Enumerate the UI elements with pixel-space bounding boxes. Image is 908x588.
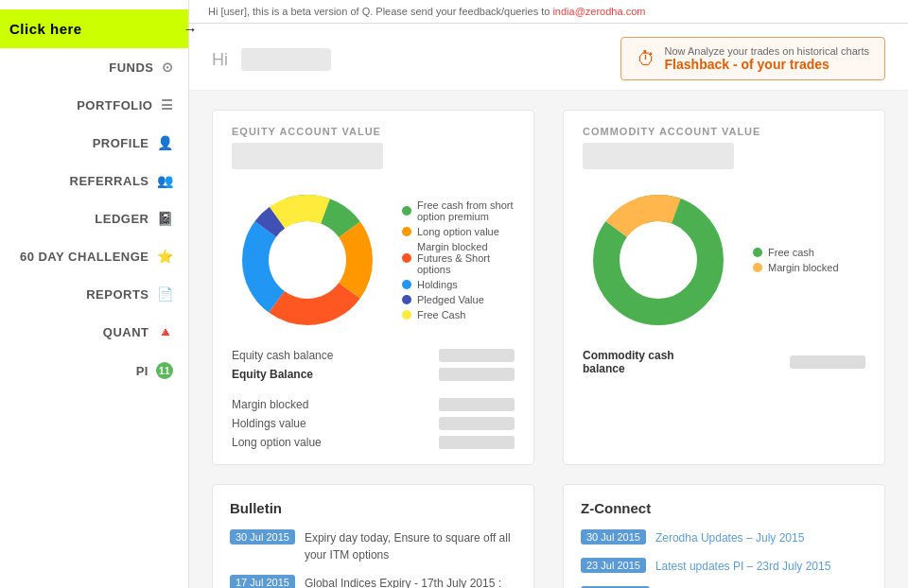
referrals-label: REFERRALS — [70, 174, 149, 188]
commodity-cash-value — [790, 355, 865, 369]
commodity-donut-svg — [583, 184, 734, 336]
comm-legend-label-1: Free cash — [768, 247, 814, 258]
equity-cash-balance-row: Equity cash balance — [232, 349, 515, 362]
legend-label-3: Margin blockedFutures & Shortoptions — [417, 241, 490, 275]
greeting-heading: Hi — [212, 46, 331, 71]
flashback-banner[interactable]: ⏱ Now Analyze your trades on historical … — [620, 37, 885, 80]
legend-item-4: Holdings — [402, 279, 513, 290]
equity-chart-row: Free cash from shortoption premium Long … — [232, 184, 515, 336]
accounts-row: EQUITY ACCOUNT VALUE — [212, 110, 885, 465]
support-email[interactable]: india@zerodha.com — [552, 6, 645, 17]
dot-free-cash — [402, 310, 411, 320]
equity-balances: Equity cash balance Equity Balance Margi… — [232, 349, 515, 449]
sidebar-item-60day[interactable]: 60 DAY CHALLENGE ⭐ — [0, 237, 188, 275]
sidebar-item-funds[interactable]: FUNDS ⊙ — [0, 48, 188, 86]
sidebar-item-profile[interactable]: PROFILE 👤 — [0, 124, 188, 162]
dot-free-cash-short — [402, 206, 411, 216]
legend-label-4: Holdings — [417, 279, 458, 290]
bulletin-item-0: 30 Jul 2015 Expiry day today, Ensure to … — [230, 529, 516, 563]
ledger-label: LEDGER — [95, 212, 148, 226]
topbar: Hi [user], this is a beta version of Q. … — [189, 0, 908, 24]
profile-icon: 👤 — [157, 135, 174, 150]
sidebar-item-reports[interactable]: REPORTS 📄 — [0, 275, 188, 313]
dot-margin-blocked — [402, 253, 411, 263]
content-area: EQUITY ACCOUNT VALUE — [189, 91, 908, 588]
margin-blocked-value — [439, 398, 515, 411]
bulletin-panel: Bulletin 30 Jul 2015 Expiry day today, E… — [212, 484, 534, 588]
dot-comm-free-cash — [753, 248, 762, 257]
legend-item-1: Free cash from shortoption premium — [402, 199, 513, 222]
legend-label-2: Long option value — [417, 226, 499, 237]
funds-icon: ⊙ — [162, 60, 174, 75]
svg-point-6 — [274, 227, 340, 293]
dot-pledged — [402, 295, 411, 304]
equity-legend: Free cash from shortoption premium Long … — [402, 199, 513, 320]
margin-blocked-label: Margin blocked — [232, 398, 308, 411]
holdings-value-row: Holdings value — [232, 417, 515, 430]
60day-label: 60 DAY CHALLENGE — [20, 250, 149, 264]
commodity-title: COMMODITY ACCOUNT VALUE — [583, 126, 865, 137]
portfolio-label: PORTFOLIO — [77, 98, 152, 112]
sidebar-item-referrals[interactable]: REFERRALS 👥 — [0, 162, 188, 199]
zconnect-text-0[interactable]: Zerodha Updates – July 2015 — [655, 529, 804, 546]
legend-item-2: Long option value — [402, 226, 513, 237]
pi-label: PI — [136, 364, 148, 378]
referrals-icon: 👥 — [157, 173, 174, 188]
funds-label: FUNDS — [109, 61, 153, 75]
sidebar-item-pi[interactable]: PI 11 — [0, 351, 188, 390]
bulletin-date-0: 30 Jul 2015 — [230, 529, 295, 545]
equity-cash-value — [439, 349, 515, 362]
sidebar-item-portfolio[interactable]: PORTFOLIO ☰ — [0, 86, 188, 124]
commodity-legend: Free cash Margin blocked — [753, 247, 839, 273]
legend-label-5: Pledged Value — [417, 294, 484, 305]
dot-holdings — [402, 280, 411, 289]
long-option-row: Long option value — [232, 436, 515, 449]
bottom-row: Bulletin 30 Jul 2015 Expiry day today, E… — [212, 484, 885, 588]
click-here-label: Click here — [9, 21, 82, 37]
legend-label-1: Free cash from shortoption premium — [417, 199, 513, 222]
commodity-chart — [583, 184, 734, 336]
comm-legend-label-2: Margin blocked — [768, 262, 839, 273]
quant-label: QUANT — [103, 325, 149, 339]
holdings-value-label: Holdings value — [232, 417, 306, 430]
sidebar-item-quant[interactable]: QUANT 🔺 — [0, 313, 188, 351]
60day-icon: ⭐ — [157, 249, 174, 264]
equity-donut-svg — [232, 184, 383, 336]
profile-label: PROFILE — [93, 136, 149, 150]
quant-icon: 🔺 — [157, 324, 174, 339]
flashback-icon: ⏱ — [637, 48, 655, 70]
bulletin-date-1: 17 Jul 2015 — [230, 575, 295, 588]
flashback-line1: Now Analyze your trades on historical ch… — [665, 45, 869, 57]
reports-label: REPORTS — [86, 287, 148, 302]
zconnect-date-0: 30 Jul 2015 — [581, 529, 646, 545]
dot-comm-margin — [753, 263, 762, 272]
zconnect-item-0: 30 Jul 2015 Zerodha Updates – July 2015 — [581, 529, 867, 546]
pi-badge: 11 — [156, 362, 173, 379]
username-blur — [241, 48, 331, 71]
bulletin-text-0: Expiry day today, Ensure to square off a… — [305, 529, 516, 563]
margin-blocked-row: Margin blocked — [232, 398, 515, 411]
legend-label-6: Free Cash — [417, 309, 465, 320]
header: Hi ⏱ Now Analyze your trades on historic… — [189, 24, 908, 91]
equity-balance-label: Equity Balance — [232, 368, 313, 381]
equity-title: EQUITY ACCOUNT VALUE — [232, 126, 515, 137]
legend-item-6: Free Cash — [402, 309, 513, 320]
equity-account-value — [232, 143, 383, 169]
legend-item-5: Pledged Value — [402, 294, 513, 305]
commodity-chart-row: Free cash Margin blocked — [583, 184, 865, 336]
zconnect-text-1[interactable]: Latest updates PI – 23rd July 2015 — [655, 558, 830, 575]
flashback-text: Now Analyze your trades on historical ch… — [665, 45, 869, 72]
equity-panel: EQUITY ACCOUNT VALUE — [212, 110, 534, 465]
beta-text: Hi [user], this is a beta version of Q. … — [208, 6, 550, 17]
zconnect-panel: Z-Connect 30 Jul 2015 Zerodha Updates – … — [563, 484, 885, 588]
legend-item-3: Margin blockedFutures & Shortoptions — [402, 241, 513, 275]
zconnect-item-1: 23 Jul 2015 Latest updates PI – 23rd Jul… — [581, 558, 867, 575]
portfolio-icon: ☰ — [161, 97, 174, 112]
commodity-legend-2: Margin blocked — [753, 262, 839, 273]
long-option-label: Long option value — [232, 436, 322, 449]
reports-icon: 📄 — [157, 286, 174, 302]
flashback-line2: Flashback - of your trades — [665, 57, 869, 72]
commodity-balances: Commodity cashbalance — [583, 349, 865, 375]
sidebar-click-here[interactable]: Click here — [0, 9, 188, 48]
sidebar-item-ledger[interactable]: LEDGER 📓 — [0, 199, 188, 237]
